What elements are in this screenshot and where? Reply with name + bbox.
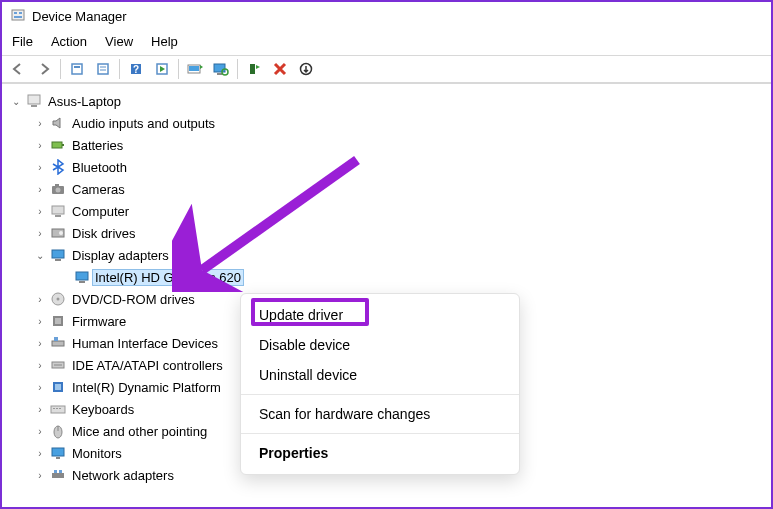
forward-icon[interactable]: [32, 58, 56, 80]
context-menu: Update driver Disable device Uninstall d…: [240, 293, 520, 475]
svg-rect-6: [98, 64, 108, 74]
tree-label: Audio inputs and outputs: [68, 116, 215, 131]
chevron-right-icon[interactable]: ›: [32, 203, 48, 219]
uninstall-icon[interactable]: [242, 58, 266, 80]
svg-rect-38: [55, 318, 61, 324]
help-icon[interactable]: ?: [124, 58, 148, 80]
svg-rect-14: [189, 66, 199, 71]
chevron-right-icon[interactable]: ›: [32, 423, 48, 439]
context-menu-update-driver[interactable]: Update driver: [241, 300, 519, 330]
tree-category[interactable]: › Computer: [8, 200, 771, 222]
menu-help[interactable]: Help: [151, 34, 178, 49]
chevron-right-icon[interactable]: ›: [32, 313, 48, 329]
display-icon: [50, 247, 66, 263]
tree-label: IDE ATA/ATAPI controllers: [68, 358, 223, 373]
chevron-right-icon[interactable]: ›: [32, 357, 48, 373]
chevron-right-icon[interactable]: ›: [32, 225, 48, 241]
chevron-down-icon[interactable]: ⌄: [8, 93, 24, 109]
tree-label: Cameras: [68, 182, 125, 197]
show-hidden-icon[interactable]: [65, 58, 89, 80]
ide-icon: [50, 357, 66, 373]
context-menu-scan-hardware[interactable]: Scan for hardware changes: [241, 399, 519, 429]
tree-label: Keyboards: [68, 402, 134, 417]
hid-icon: [50, 335, 66, 351]
chevron-right-icon[interactable]: ›: [32, 159, 48, 175]
spacer: [56, 269, 72, 285]
tree-label: Computer: [68, 204, 129, 219]
svg-rect-31: [52, 250, 64, 258]
chevron-right-icon[interactable]: ›: [32, 137, 48, 153]
chevron-down-icon[interactable]: ⌄: [32, 247, 48, 263]
mouse-icon: [50, 423, 66, 439]
svg-rect-23: [62, 144, 64, 146]
tree-category[interactable]: › Cameras: [8, 178, 771, 200]
chevron-right-icon[interactable]: ›: [32, 115, 48, 131]
menu-action[interactable]: Action: [51, 34, 87, 49]
disable-icon[interactable]: [268, 58, 292, 80]
tree-label: DVD/CD-ROM drives: [68, 292, 195, 307]
context-menu-uninstall-device[interactable]: Uninstall device: [241, 360, 519, 390]
tree-category[interactable]: › Bluetooth: [8, 156, 771, 178]
svg-rect-48: [59, 408, 61, 409]
enable-icon[interactable]: [294, 58, 318, 80]
tree-category-display-adapters[interactable]: ⌄ Display adapters: [8, 244, 771, 266]
scan-hardware-icon[interactable]: [209, 58, 233, 80]
svg-rect-45: [51, 406, 65, 413]
toolbar-separator: [237, 59, 238, 79]
svg-rect-15: [214, 64, 225, 72]
menu-file[interactable]: File: [12, 34, 33, 49]
menu-view[interactable]: View: [105, 34, 133, 49]
context-menu-separator: [241, 394, 519, 395]
context-menu-disable-device[interactable]: Disable device: [241, 330, 519, 360]
svg-rect-26: [55, 184, 59, 186]
chevron-right-icon[interactable]: ›: [32, 401, 48, 417]
context-menu-separator: [241, 433, 519, 434]
chevron-right-icon[interactable]: ›: [32, 379, 48, 395]
chevron-right-icon[interactable]: ›: [32, 445, 48, 461]
tree-category[interactable]: › Batteries: [8, 134, 771, 156]
svg-rect-21: [31, 105, 37, 107]
chevron-right-icon[interactable]: ›: [32, 291, 48, 307]
svg-rect-2: [19, 12, 22, 14]
properties-icon[interactable]: [91, 58, 115, 80]
chevron-right-icon[interactable]: ›: [32, 467, 48, 483]
window-title: Device Manager: [32, 9, 127, 24]
computer-icon: [26, 93, 42, 109]
chip-icon: [50, 379, 66, 395]
svg-rect-4: [72, 64, 82, 74]
camera-icon: [50, 181, 66, 197]
display-icon: [74, 269, 90, 285]
tree-label: Intel(R) Dynamic Platform: [68, 380, 221, 395]
svg-rect-54: [54, 470, 57, 473]
svg-rect-44: [55, 384, 61, 390]
tree-label: Firmware: [68, 314, 126, 329]
context-menu-properties[interactable]: Properties: [241, 438, 519, 468]
svg-rect-52: [56, 457, 60, 459]
chevron-right-icon[interactable]: ›: [32, 181, 48, 197]
svg-point-36: [57, 298, 60, 301]
menubar: File Action View Help: [2, 30, 771, 55]
battery-icon: [50, 137, 66, 153]
action-icon[interactable]: [150, 58, 174, 80]
tree-category[interactable]: › Audio inputs and outputs: [8, 112, 771, 134]
back-icon[interactable]: [6, 58, 30, 80]
svg-point-30: [59, 231, 63, 235]
device-manager-icon: [10, 8, 26, 24]
toolbar: ?: [2, 55, 771, 83]
update-driver-icon[interactable]: [183, 58, 207, 80]
svg-rect-18: [250, 64, 255, 74]
tree-device-label: Intel(R) HD Graphics 620: [92, 269, 244, 286]
svg-rect-39: [52, 341, 64, 346]
tree-label: Network adapters: [68, 468, 174, 483]
svg-rect-22: [52, 142, 62, 148]
tree-label: Batteries: [68, 138, 123, 153]
tree-root-label: Asus-Laptop: [44, 94, 121, 109]
firmware-icon: [50, 313, 66, 329]
tree-device-intel-hd-graphics[interactable]: Intel(R) HD Graphics 620: [8, 266, 771, 288]
tree-label: Human Interface Devices: [68, 336, 218, 351]
svg-marker-12: [160, 66, 165, 72]
tree-category[interactable]: › Disk drives: [8, 222, 771, 244]
chevron-right-icon[interactable]: ›: [32, 335, 48, 351]
svg-rect-0: [12, 10, 24, 20]
tree-root[interactable]: ⌄ Asus-Laptop: [8, 90, 771, 112]
